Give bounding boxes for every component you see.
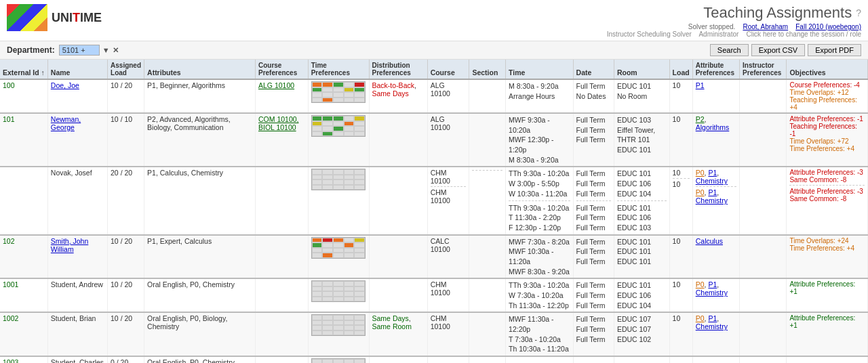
cell-assigned-load: 10 / 20	[108, 278, 144, 312]
cell-room: EDUC 101EDUC 106EDUC 104	[614, 278, 669, 312]
cell-attr-prefs[interactable]: P0, P1, Chemistry	[692, 278, 739, 312]
cell-section	[469, 113, 506, 167]
cell-course: ALG 10100	[427, 113, 469, 167]
cell-load	[669, 356, 692, 363]
cell-name[interactable]: Doe, Joe	[47, 79, 107, 113]
cell-course: CALC 10100	[427, 235, 469, 279]
dept-select[interactable]: 5101 +	[59, 45, 100, 56]
cell-time: MWF 7:30a - 8:20aMWF 10:30a - 11:20aMWF …	[506, 235, 574, 279]
col-header-name[interactable]: Name	[47, 60, 107, 79]
cell-course-prefs[interactable]: ALG 10100	[255, 79, 308, 113]
session-label[interactable]: Fall 2010 (woebegon)	[795, 23, 861, 30]
cell-section	[469, 79, 506, 113]
cell-course-prefs	[255, 356, 308, 363]
cell-instructor-prefs	[740, 312, 787, 356]
cell-instructor-prefs	[740, 79, 787, 113]
cell-course: ALG 10100	[427, 79, 469, 113]
cell-assigned-load: 10 / 20	[108, 79, 144, 113]
page-header: UNITIME Teaching Assignments ? Solver st…	[0, 0, 868, 41]
col-header-load: Load	[669, 60, 692, 79]
logo-text: UNITIME	[52, 11, 102, 25]
cell-assigned-load: 10 / 10	[108, 113, 144, 167]
cell-ext-id: 1002	[0, 312, 47, 356]
cell-name: Student, Charles	[47, 356, 107, 363]
cell-load: 10	[669, 312, 692, 356]
col-header-ext-id[interactable]: External Id ↑	[0, 60, 47, 79]
cell-objectives: Attribute Preferences: +1	[787, 312, 868, 356]
cell-attributes: Oral English, P0, Biology, Chemistry	[144, 312, 256, 356]
cell-attributes: P1, Beginner, Algorithms	[144, 79, 256, 113]
cell-name: Student, Andrew	[47, 278, 107, 312]
cell-time: MWF 9:30a - 10:20aMWF 12:30p - 1:20pM 8:…	[506, 113, 574, 167]
cell-date: Full TermFull TermFull Term	[573, 235, 614, 279]
cell-load: 1010	[669, 167, 692, 234]
cell-time-prefs	[308, 235, 369, 279]
cell-time: MWF 11:30a - 12:20pT 7:30a - 10:20aTh 10…	[506, 312, 574, 356]
cell-ext-id: 1001	[0, 278, 47, 312]
cell-date	[573, 356, 614, 363]
cell-date: Full TermFull TermFull Term	[573, 278, 614, 312]
cell-attr-prefs[interactable]: P2, Algorithms	[692, 113, 739, 167]
cell-name[interactable]: Smith, John William	[47, 235, 107, 279]
cell-attributes: Oral English, P0, Chemistry	[144, 278, 256, 312]
cell-time-prefs	[308, 167, 369, 234]
cell-dist-prefs: Back-to-Back, Same Days	[369, 79, 427, 113]
cell-course-prefs	[255, 312, 308, 356]
cell-name: Student, Brian	[47, 312, 107, 356]
col-header-time: Time	[506, 60, 574, 79]
cell-attr-prefs[interactable]: P0, P1, ChemistryP0, P1, Chemistry	[692, 167, 739, 234]
cell-date: Full TermFull TermFull Term	[573, 113, 614, 167]
cell-time-prefs	[308, 278, 369, 312]
cell-course	[427, 356, 469, 363]
export-csv-button[interactable]: Export CSV	[751, 44, 805, 56]
cell-attr-prefs[interactable]: P1	[692, 79, 739, 113]
table-row: 102Smith, John William10 / 20P1, Expert,…	[0, 235, 868, 279]
cell-attr-prefs[interactable]: P0, P1, Chemistry	[692, 312, 739, 356]
cell-ext-id: 1003	[0, 356, 47, 363]
cell-course-prefs[interactable]: COM 10100, BIOL 10100	[255, 113, 308, 167]
table-body: 100Doe, Joe10 / 20P1, Beginner, Algorith…	[0, 79, 868, 363]
logo-image	[7, 4, 47, 31]
cell-date: Full TermNo Dates	[573, 79, 614, 113]
cell-section	[469, 312, 506, 356]
cell-time: TTh 9:30a - 10:20aW 3:00p - 5:50pW 10:30…	[506, 167, 574, 234]
solver-label: Solver stopped.	[688, 23, 736, 30]
cell-time: TTh 9:30a - 10:20aW 7:30a - 10:20aTh 11:…	[506, 278, 574, 312]
teaching-assignments-table: External Id ↑ Name AssignedLoad Attribut…	[0, 60, 868, 363]
cell-ext-id: 101	[0, 113, 47, 167]
table-row: Novak, Josef20 / 20P1, Calculus, Chemist…	[0, 167, 868, 234]
cell-course: CHM 10100	[427, 278, 469, 312]
cell-attributes: P1, Calculus, Chemistry	[144, 167, 256, 234]
col-header-course-prefs: CoursePreferences	[255, 60, 308, 79]
cell-room: EDUC 103Eiffel Tower, THTR 101EDUC 101	[614, 113, 669, 167]
cell-dist-prefs	[369, 356, 427, 363]
table-row: 101Newman, George10 / 10P2, Advanced, Al…	[0, 113, 868, 167]
col-header-attributes: Attributes	[144, 60, 256, 79]
cell-course: CHM 10100CHM 10100	[427, 167, 469, 234]
help-icon[interactable]: ?	[856, 7, 861, 18]
dept-dropdown-icon[interactable]: ▼	[102, 46, 110, 54]
cell-dist-prefs	[369, 278, 427, 312]
admin-label: Root, Abraham	[743, 23, 788, 30]
search-button[interactable]: Search	[710, 44, 749, 56]
logo-area: UNITIME	[7, 4, 102, 31]
page-title: Teaching Assignments	[703, 4, 852, 22]
cell-assigned-load: 0 / 20	[108, 356, 144, 363]
cell-attr-prefs[interactable]: Calculus	[692, 235, 739, 279]
export-pdf-button[interactable]: Export PDF	[808, 44, 861, 56]
cell-section	[469, 356, 506, 363]
cell-instructor-prefs	[740, 278, 787, 312]
cell-room: EDUC 101EDUC 101EDUC 101	[614, 235, 669, 279]
cell-load: 10	[669, 113, 692, 167]
cell-assigned-load: 10 / 20	[108, 235, 144, 279]
dept-clear-icon[interactable]: ✕	[113, 46, 119, 55]
table-row: 1003Student, Charles0 / 20Oral English, …	[0, 356, 868, 363]
cell-name[interactable]: Newman, George	[47, 113, 107, 167]
cell-date: Full TermFull TermFull Term	[573, 312, 614, 356]
admin-sub: Administrator	[698, 30, 738, 38]
cell-ext-id: 102	[0, 235, 47, 279]
cell-time-prefs	[308, 79, 369, 113]
app-title-area: Teaching Assignments ? Solver stopped. R…	[607, 4, 861, 38]
solver-info: Solver stopped. Root, Abraham Fall 2010 …	[607, 23, 861, 30]
col-header-objectives: Objectives	[787, 60, 868, 79]
